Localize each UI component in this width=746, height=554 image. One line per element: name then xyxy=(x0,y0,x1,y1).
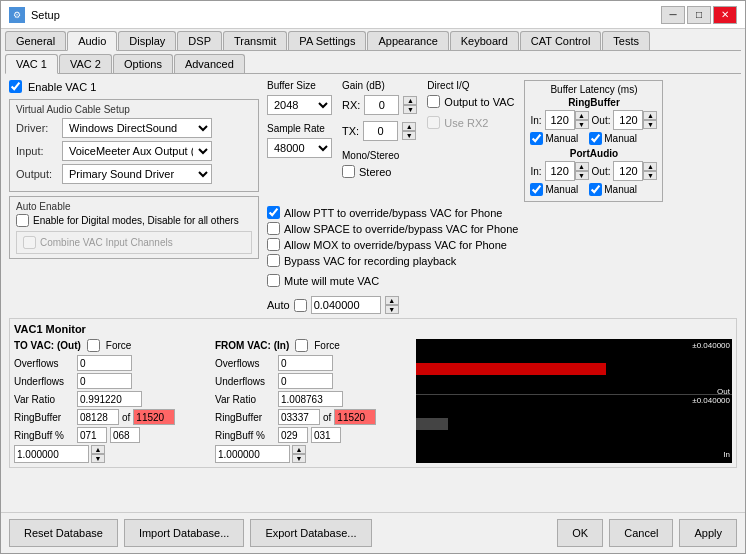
ok-button[interactable]: OK xyxy=(557,519,603,547)
tab-keyboard[interactable]: Keyboard xyxy=(450,31,519,50)
port-in-input[interactable] xyxy=(545,161,575,181)
port-manual-out-checkbox[interactable] xyxy=(589,183,602,196)
tab-appearance[interactable]: Appearance xyxy=(367,31,448,50)
tab-transmit[interactable]: Transmit xyxy=(223,31,287,50)
vac-monitor-section: VAC1 Monitor TO VAC: (Out) Force Overflo… xyxy=(9,318,737,468)
sample-rate-select[interactable]: 48000 xyxy=(267,138,332,158)
combine-checkbox[interactable] xyxy=(23,236,36,249)
port-out-input[interactable] xyxy=(613,161,643,181)
ring-in-input[interactable] xyxy=(545,110,575,130)
vu-in-area xyxy=(416,409,732,439)
ring-out-up[interactable]: ▲ xyxy=(643,111,657,120)
right-buttons: OK Cancel Apply xyxy=(557,519,737,547)
to-vac-force-cb[interactable] xyxy=(87,339,100,352)
ring-in-up[interactable]: ▲ xyxy=(575,111,589,120)
auto-down[interactable]: ▼ xyxy=(385,305,399,314)
input-select[interactable]: VoiceMeeter Aux Output (VB xyxy=(62,141,212,161)
use-rx2-checkbox[interactable] xyxy=(427,116,440,129)
tab-audio[interactable]: Audio xyxy=(67,31,117,51)
port-audio-sub-label: PortAudio xyxy=(530,148,657,159)
port-in-up[interactable]: ▲ xyxy=(575,162,589,171)
auto-value-input[interactable] xyxy=(311,296,381,314)
driver-select[interactable]: Windows DirectSound xyxy=(62,118,212,138)
ring-in-down[interactable]: ▼ xyxy=(575,120,589,129)
spin-in-up[interactable]: ▲ xyxy=(292,445,306,454)
port-manual-out-label: Manual xyxy=(604,184,637,195)
ring-manual-out-checkbox[interactable] xyxy=(589,132,602,145)
output-row: Output: Primary Sound Driver xyxy=(16,164,252,184)
ring-manual-in-checkbox[interactable] xyxy=(530,132,543,145)
spin-out-input[interactable] xyxy=(14,445,89,463)
main-content: Enable VAC 1 Virtual Audio Cable Setup D… xyxy=(1,74,745,512)
ring-in-label: In: xyxy=(530,115,541,126)
from-vac-force-cb[interactable] xyxy=(295,339,308,352)
ring-out-down[interactable]: ▼ xyxy=(643,120,657,129)
auto-checkbox[interactable] xyxy=(294,299,307,312)
port-in-down[interactable]: ▼ xyxy=(575,171,589,180)
spin-out-down[interactable]: ▼ xyxy=(91,454,105,463)
tab-display[interactable]: Display xyxy=(118,31,176,50)
gain-rx-up[interactable]: ▲ xyxy=(403,96,417,105)
tab-general[interactable]: General xyxy=(5,31,66,50)
maximize-button[interactable]: □ xyxy=(687,6,711,24)
auto-enable-checkbox[interactable] xyxy=(16,214,29,227)
spin-in-input[interactable] xyxy=(215,445,290,463)
port-out-up[interactable]: ▲ xyxy=(643,162,657,171)
sub-tab-row: VAC 1 VAC 2 Options Advanced xyxy=(1,52,745,73)
buffer-size-select[interactable]: 2048 xyxy=(267,95,332,115)
title-bar: ⚙ Setup ─ □ ✕ xyxy=(1,1,745,29)
tab-pa-settings[interactable]: PA Settings xyxy=(288,31,366,50)
cancel-button[interactable]: Cancel xyxy=(609,519,673,547)
ring-out-input[interactable] xyxy=(613,110,643,130)
ring-manual-out-label: Manual xyxy=(604,133,637,144)
cb3-checkbox[interactable] xyxy=(267,238,280,251)
export-database-button[interactable]: Export Database... xyxy=(250,519,371,547)
mute-row: Mute will mute VAC xyxy=(267,274,737,287)
gain-mono-col: Gain (dB) RX: ▲ ▼ TX: xyxy=(342,80,417,202)
latency-title: Buffer Latency (ms) xyxy=(530,84,657,95)
ringbuff-in-row: RingBuff % 029 031 xyxy=(215,427,410,443)
reset-database-button[interactable]: Reset Database xyxy=(9,519,118,547)
gain-rx-down[interactable]: ▼ xyxy=(403,105,417,114)
auto-up[interactable]: ▲ xyxy=(385,296,399,305)
mute-checkbox[interactable] xyxy=(267,274,280,287)
from-vac-label: FROM VAC: (In) xyxy=(215,340,289,351)
output-to-vac-label: Output to VAC xyxy=(444,96,514,108)
spin-in-down[interactable]: ▼ xyxy=(292,454,306,463)
tab-dsp[interactable]: DSP xyxy=(177,31,222,50)
monitor-title: VAC1 Monitor xyxy=(14,323,732,335)
gain-tx-input[interactable] xyxy=(363,121,398,141)
tab-cat-control[interactable]: CAT Control xyxy=(520,31,602,50)
port-manual-in-checkbox[interactable] xyxy=(530,183,543,196)
gain-tx-label: TX: xyxy=(342,125,359,137)
cb1-checkbox[interactable] xyxy=(267,206,280,219)
tab-vac1[interactable]: VAC 1 xyxy=(5,54,58,74)
apply-button[interactable]: Apply xyxy=(679,519,737,547)
bottom-bar: Reset Database Import Database... Export… xyxy=(1,512,745,553)
spin-out-up[interactable]: ▲ xyxy=(91,445,105,454)
tab-advanced[interactable]: Advanced xyxy=(174,54,245,73)
close-button[interactable]: ✕ xyxy=(713,6,737,24)
overflows-in-row: Overflows 0 xyxy=(215,355,410,371)
enable-vac-checkbox[interactable] xyxy=(9,80,22,93)
sample-rate-spinbox: 48000 xyxy=(267,138,332,158)
import-database-button[interactable]: Import Database... xyxy=(124,519,245,547)
cb2-checkbox[interactable] xyxy=(267,222,280,235)
output-to-vac-checkbox[interactable] xyxy=(427,95,440,108)
cb3-label: Allow MOX to override/bypass VAC for Pho… xyxy=(284,239,507,251)
gain-tx-up[interactable]: ▲ xyxy=(402,122,416,131)
overflows-in-label: Overflows xyxy=(215,358,275,369)
gain-tx-down[interactable]: ▼ xyxy=(402,131,416,140)
tab-tests[interactable]: Tests xyxy=(602,31,650,50)
stereo-checkbox[interactable] xyxy=(342,165,355,178)
use-rx2-row: Use RX2 xyxy=(427,116,514,129)
tab-vac2[interactable]: VAC 2 xyxy=(59,54,112,73)
cb4-checkbox[interactable] xyxy=(267,254,280,267)
port-out-down[interactable]: ▼ xyxy=(643,171,657,180)
port-manual-in-cb: Manual xyxy=(530,183,578,196)
minimize-button[interactable]: ─ xyxy=(661,6,685,24)
tab-options[interactable]: Options xyxy=(113,54,173,73)
output-select[interactable]: Primary Sound Driver xyxy=(62,164,212,184)
gain-rx-input[interactable] xyxy=(364,95,399,115)
ring-out-of: of xyxy=(122,412,130,423)
